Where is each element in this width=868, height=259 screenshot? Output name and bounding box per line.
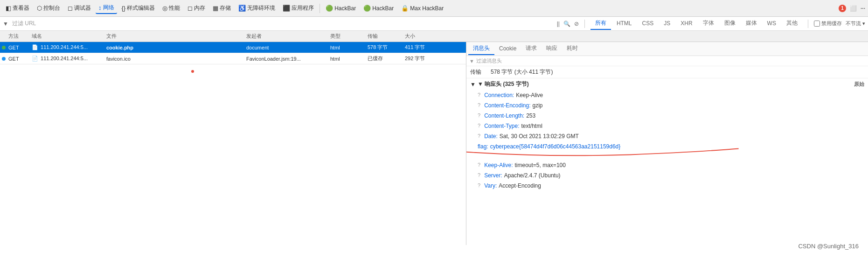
response-headers-title[interactable]: ▼ ▼ 响应头 (325 字节) 原始 <box>466 78 868 90</box>
network-label: 网络 <box>103 4 114 12</box>
filter-tab-other[interactable]: 其他 <box>782 17 802 30</box>
header-value-keepalive: timeout=5, max=100 <box>515 161 566 169</box>
transfer-2: 已缓存 <box>368 55 405 62</box>
header-key-keepalive: Keep-Alive: <box>484 161 513 169</box>
network-icon: ↕ <box>98 4 102 11</box>
pause-recording-icon[interactable]: || <box>557 21 560 27</box>
transmission-label: 传输 <box>470 69 481 75</box>
col-header-transfer: 传输 <box>368 33 405 40</box>
filter-tab-font[interactable]: 字体 <box>698 17 719 30</box>
tab-hackbar2[interactable]: 🟢 HackBar <box>361 3 396 13</box>
filter-tab-media[interactable]: 媒体 <box>741 17 762 30</box>
disable-cache-checkbox-label[interactable]: 禁用缓存 <box>814 20 842 27</box>
tab-accessibility[interactable]: ♿ 无障碍环境 <box>236 3 278 14</box>
throttle-dropdown[interactable]: 不节流 ▾ <box>846 20 865 27</box>
network-row-1[interactable]: GET 📄 111.200.241.244:5... cookie.php do… <box>0 42 466 53</box>
header-item-server: ? Server: Apache/2.4.7 (Ubuntu) <box>466 170 868 181</box>
tab-storage[interactable]: ▦ 存储 <box>210 3 234 14</box>
tab-inspector[interactable]: ◧ 查看器 <box>3 3 32 14</box>
dock-icon[interactable]: ⬜ <box>850 5 857 12</box>
console-label: 控制台 <box>43 4 60 12</box>
tab-cookie[interactable]: Cookie <box>494 43 521 55</box>
hackbar2-icon: 🟢 <box>363 5 371 12</box>
tab-timing[interactable]: 耗时 <box>562 42 583 55</box>
column-headers: 方法 域名 文件 发起者 类型 传输 大小 <box>0 31 868 42</box>
status-dot-1 <box>2 46 6 49</box>
console-icon: ⬡ <box>37 5 42 12</box>
help-icon-date[interactable]: ? <box>478 132 480 140</box>
section-collapse-icon: ▼ <box>470 81 476 88</box>
more-options-icon[interactable]: ··· <box>861 5 865 12</box>
help-icon-encoding[interactable]: ? <box>478 101 480 109</box>
file-2: favicon.ico <box>106 56 246 62</box>
filter-tab-js[interactable]: JS <box>659 18 675 29</box>
tab-console[interactable]: ⬡ 控制台 <box>34 3 63 14</box>
header-item-length: ? Content-Length: 253 <box>466 111 868 121</box>
filter-tab-css[interactable]: CSS <box>638 18 659 29</box>
tab-network[interactable]: ↕ 网络 <box>96 2 117 14</box>
tab-response[interactable]: 响应 <box>542 42 562 55</box>
help-icon-keepalive[interactable]: ? <box>478 161 480 169</box>
header-key-vary: Vary: <box>484 182 497 190</box>
main-content: GET 📄 111.200.241.244:5... cookie.php do… <box>0 42 868 245</box>
csdn-watermark: CSDN @Sunlight_316 <box>798 243 859 250</box>
header-key-connection: Connection: <box>484 91 514 99</box>
style-editor-label: 样式编辑器 <box>127 4 155 12</box>
response-headers-section: ▼ ▼ 响应头 (325 字节) 原始 ? Connection: Keep-A… <box>466 78 868 191</box>
header-item-flag: flag: cyberpeace{58474d4f7d6d06c44563aa2… <box>466 141 868 152</box>
header-key-server: Server: <box>484 171 502 180</box>
tab-request[interactable]: 请求 <box>521 42 542 55</box>
performance-label: 性能 <box>169 4 180 12</box>
header-key-flag: flag: <box>478 142 488 151</box>
header-value-encoding: gzip <box>533 101 543 110</box>
help-icon-server[interactable]: ? <box>478 171 480 179</box>
header-key-type: Content-Type: <box>484 122 519 130</box>
accessibility-icon: ♿ <box>238 5 246 12</box>
filter-tab-html[interactable]: HTML <box>612 18 637 29</box>
filter-tab-ws[interactable]: WS <box>763 18 781 29</box>
hackbar1-label: HackBar <box>334 5 356 12</box>
network-list: GET 📄 111.200.241.244:5... cookie.php do… <box>0 42 466 245</box>
filter-tab-image[interactable]: 图像 <box>720 17 740 30</box>
col-header-size: 大小 <box>405 33 442 40</box>
application-label: 应用程序 <box>292 4 314 12</box>
file-1: cookie.php <box>106 45 246 50</box>
help-icon-connection[interactable]: ? <box>478 91 480 99</box>
header-key-length: Content-Length: <box>484 112 524 120</box>
header-item-date: ? Date: Sat, 30 Oct 2021 13:02:29 GMT <box>466 131 868 141</box>
tab-message-headers[interactable]: 消息头 <box>468 42 494 55</box>
filter-bar: ▼ 过滤 URL || 🔍 ⊘ 所有 HTML CSS JS XHR 字体 图像… <box>0 17 868 31</box>
disable-cache-checkbox[interactable] <box>814 21 820 27</box>
error-badge: 1 <box>839 5 846 12</box>
col-header-file: 文件 <box>106 33 246 40</box>
help-icon-vary[interactable]: ? <box>478 182 480 189</box>
tab-hackbar1[interactable]: 🟢 HackBar <box>323 3 359 13</box>
header-value-flag: cyberpeace{58474d4f7d6d06c44563aa2151159… <box>490 142 621 151</box>
help-icon-type[interactable]: ? <box>478 122 480 130</box>
tab-debugger[interactable]: ◻ 调试器 <box>65 3 94 14</box>
maxhackbar-label: Max HackBar <box>410 5 444 12</box>
clear-icon[interactable]: ⊘ <box>574 21 579 27</box>
performance-icon: ◎ <box>162 5 167 12</box>
section-title-text: ▼ 响应头 (325 字节) <box>478 80 529 88</box>
transmission-value: 578 字节 (大小 411 字节) <box>491 69 553 75</box>
raw-toggle[interactable]: 原始 <box>854 81 864 88</box>
search-filter-icon[interactable]: 🔍 <box>563 21 570 27</box>
transfer-1: 578 字节 <box>368 44 405 51</box>
header-item-keepalive: ? Keep-Alive: timeout=5, max=100 <box>466 160 868 170</box>
filter-funnel-icon: ▼ <box>3 21 8 27</box>
network-row-2[interactable]: GET 📄 111.200.241.244:5... favicon.ico F… <box>0 53 466 64</box>
tab-performance[interactable]: ◎ 性能 <box>160 3 183 14</box>
toolbar-separator-1 <box>319 4 320 13</box>
tab-memory[interactable]: ◻ 内存 <box>185 3 208 14</box>
filter-messages-icon: ▼ <box>469 58 474 64</box>
tab-maxhackbar[interactable]: 🔒 Max HackBar <box>398 3 446 13</box>
filter-tab-all[interactable]: 所有 <box>590 17 611 30</box>
header-value-vary: Accept-Encoding <box>499 182 541 190</box>
header-item-vary: ? Vary: Accept-Encoding <box>466 181 868 191</box>
tab-style-editor[interactable]: {} 样式编辑器 <box>119 3 158 14</box>
tab-application[interactable]: ⬛ 应用程序 <box>280 3 317 14</box>
help-icon-length[interactable]: ? <box>478 112 480 119</box>
filter-tab-xhr[interactable]: XHR <box>676 18 697 29</box>
domain-1: 📄 111.200.241.244:5... <box>32 44 106 50</box>
